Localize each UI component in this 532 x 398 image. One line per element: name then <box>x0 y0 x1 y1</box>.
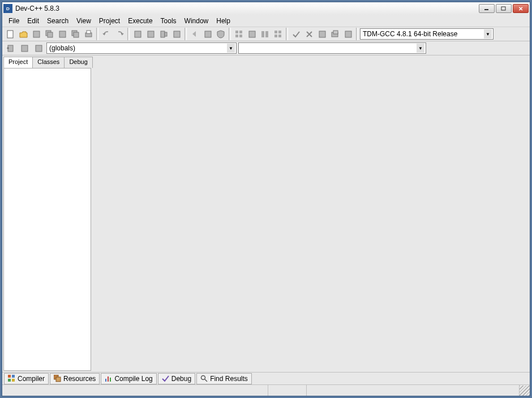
menu-help[interactable]: Help <box>212 16 234 25</box>
svg-rect-3 <box>33 31 40 37</box>
tab-compile-log[interactable]: Compile Log <box>101 373 156 384</box>
menu-window[interactable]: Window <box>181 16 213 25</box>
print-button[interactable] <box>82 28 95 40</box>
save-all-button[interactable] <box>43 28 55 40</box>
side-panel: Project Classes Debug <box>3 57 91 371</box>
svg-rect-18 <box>239 31 242 33</box>
tab-compile-log-label: Compile Log <box>114 375 152 383</box>
resize-grip[interactable] <box>520 386 530 396</box>
compiler-select[interactable]: TDM-GCC 4.8.1 64-bit Release ▼ <box>360 28 494 40</box>
goto-button[interactable] <box>32 42 45 54</box>
svg-rect-21 <box>249 31 255 37</box>
cross-button[interactable] <box>303 28 315 40</box>
tab-compiler[interactable]: Compiler <box>4 373 49 384</box>
tab-debug-bottom[interactable]: Debug <box>158 373 195 384</box>
svg-rect-42 <box>108 376 109 382</box>
run-button[interactable] <box>329 28 341 40</box>
new-button[interactable] <box>4 28 16 40</box>
tab-resources[interactable]: Resources <box>50 373 100 384</box>
menu-view[interactable]: View <box>72 16 95 25</box>
close-button-tb[interactable] <box>56 28 68 40</box>
svg-rect-43 <box>110 378 111 382</box>
stack-icon <box>54 375 61 382</box>
undo-button[interactable] <box>100 28 113 40</box>
open-button[interactable] <box>17 28 29 40</box>
svg-rect-30 <box>333 31 338 34</box>
check-button[interactable] <box>290 28 302 40</box>
app-icon: D <box>3 4 12 13</box>
svg-rect-31 <box>345 31 351 37</box>
editor-area[interactable] <box>93 57 529 371</box>
dropdown-arrow-icon: ▼ <box>417 44 424 53</box>
tab-classes[interactable]: Classes <box>32 57 65 68</box>
redo-button[interactable] <box>113 28 126 40</box>
member-select[interactable]: ▼ <box>238 42 426 54</box>
menubar: File Edit Search View Project Execute To… <box>2 15 530 27</box>
grid1-button[interactable] <box>233 28 245 40</box>
scope-select[interactable]: (globals) ▼ <box>46 42 237 54</box>
main-toolbar: TDM-GCC 4.8.1 64-bit Release ▼ <box>2 27 530 41</box>
svg-rect-13 <box>161 31 165 37</box>
svg-rect-24 <box>274 31 277 33</box>
tb-btn-2[interactable] <box>144 28 157 40</box>
search-icon <box>200 375 208 382</box>
minimize-button[interactable] <box>479 4 495 13</box>
compiler-select-value: TDM-GCC 4.8.1 64-bit Release <box>363 30 457 38</box>
save-button[interactable] <box>30 28 42 40</box>
svg-rect-2 <box>7 31 13 38</box>
bar-icon <box>105 375 112 382</box>
compile-button[interactable] <box>316 28 328 40</box>
tab-project[interactable]: Project <box>3 57 33 68</box>
bottom-tabs: Compiler Resources Compile Log Debug Fin… <box>2 372 530 384</box>
grid4-button[interactable] <box>272 28 284 40</box>
menu-edit[interactable]: Edit <box>23 16 43 25</box>
tab-resources-label: Resources <box>63 375 96 383</box>
status-cell-2 <box>268 385 307 396</box>
shield-button[interactable] <box>214 28 227 40</box>
svg-rect-23 <box>265 31 268 37</box>
svg-rect-11 <box>135 31 141 37</box>
nav-back-button[interactable] <box>188 28 201 40</box>
nav-fwd-button[interactable] <box>201 28 214 40</box>
svg-rect-33 <box>22 45 28 52</box>
svg-rect-40 <box>56 377 61 382</box>
dropdown-arrow-icon: ▼ <box>227 44 235 53</box>
svg-rect-15 <box>174 31 180 37</box>
titlebar: D Dev-C++ 5.8.3 ✕ <box>2 2 530 15</box>
svg-rect-16 <box>205 31 211 37</box>
status-cell-1 <box>2 385 268 396</box>
svg-rect-25 <box>278 31 281 33</box>
project-tree[interactable] <box>3 68 91 371</box>
close-button[interactable]: ✕ <box>513 4 529 13</box>
maximize-button[interactable] <box>496 4 512 13</box>
close-all-button[interactable] <box>69 28 81 40</box>
svg-rect-34 <box>36 45 42 52</box>
menu-tools[interactable]: Tools <box>157 16 181 25</box>
svg-rect-17 <box>235 31 238 33</box>
menu-search[interactable]: Search <box>43 16 72 25</box>
menu-execute[interactable]: Execute <box>124 16 156 25</box>
menu-project[interactable]: Project <box>95 16 124 25</box>
scope-select-value: (globals) <box>49 44 75 52</box>
svg-rect-35 <box>8 375 11 378</box>
svg-rect-22 <box>261 31 264 37</box>
menu-file[interactable]: File <box>5 16 23 25</box>
svg-rect-8 <box>74 32 79 37</box>
tb-btn-4[interactable] <box>170 28 183 40</box>
compile-run-button[interactable] <box>342 28 354 40</box>
svg-rect-41 <box>105 379 106 382</box>
tab-find-results[interactable]: Find Results <box>196 373 252 384</box>
grid2-button[interactable] <box>246 28 258 40</box>
insert-button[interactable] <box>4 42 16 54</box>
svg-rect-19 <box>235 35 238 37</box>
svg-rect-10 <box>87 31 91 33</box>
svg-rect-12 <box>148 31 154 37</box>
tab-debug[interactable]: Debug <box>64 57 92 68</box>
svg-line-45 <box>205 379 207 382</box>
tb-btn-1[interactable] <box>131 28 144 40</box>
grid3-button[interactable] <box>259 28 271 40</box>
check-icon <box>162 375 169 382</box>
tb-btn-3[interactable] <box>157 28 170 40</box>
toggle-button[interactable] <box>18 42 31 54</box>
window-title: Dev-C++ 5.8.3 <box>15 5 479 12</box>
